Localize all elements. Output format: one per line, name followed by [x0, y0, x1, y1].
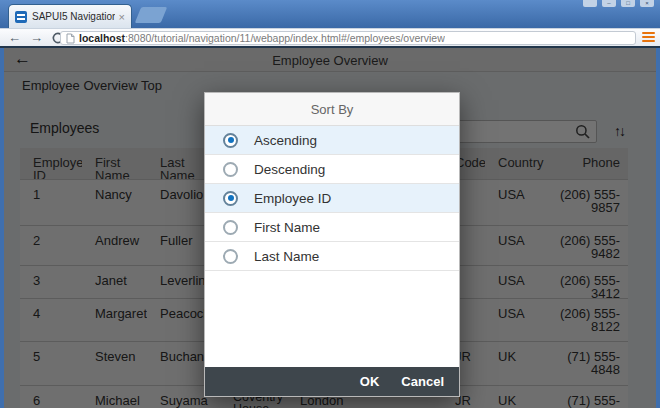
radio-icon[interactable]	[223, 133, 238, 148]
sort-option-ascending[interactable]: Ascending	[205, 126, 459, 155]
ok-button[interactable]: OK	[360, 374, 380, 389]
option-label: First Name	[254, 220, 320, 235]
sort-option-last-name[interactable]: Last Name	[205, 242, 459, 271]
option-label: Ascending	[254, 133, 317, 148]
sort-option-descending[interactable]: Descending	[205, 155, 459, 184]
browser-toolbar: ← → localhost:8080/tutorial/navigation/1…	[0, 28, 660, 46]
url-text: localhost:8080/tutorial/navigation/11/we…	[79, 32, 445, 44]
window-controls: – □ ×	[583, 0, 654, 8]
forward-icon[interactable]: →	[30, 29, 43, 47]
cancel-button[interactable]: Cancel	[401, 374, 444, 389]
window-border-right	[656, 48, 660, 408]
dialog-footer: OK Cancel	[205, 367, 459, 396]
radio-icon[interactable]	[223, 220, 238, 235]
dialog-title: Sort By	[205, 93, 459, 126]
option-label: Descending	[254, 162, 325, 177]
sort-dialog: Sort By Ascending Descending Employee ID…	[204, 92, 460, 397]
browser-tab-bar: – □ × SAPUI5 Navigation ×	[0, 0, 660, 28]
radio-icon[interactable]	[223, 191, 238, 206]
option-label: Last Name	[254, 249, 319, 264]
tab-close-icon[interactable]: ×	[119, 11, 125, 23]
radio-icon[interactable]	[223, 162, 238, 177]
profile-icon[interactable]	[583, 0, 597, 7]
maximize-icon[interactable]: □	[621, 0, 635, 7]
sort-option-employee-id[interactable]: Employee ID	[205, 184, 459, 213]
page-icon	[66, 33, 75, 44]
back-icon[interactable]: ←	[8, 29, 21, 47]
tab-title: SAPUI5 Navigation	[32, 11, 115, 22]
radio-icon[interactable]	[223, 249, 238, 264]
sapui5-favicon	[15, 11, 27, 23]
new-tab-button[interactable]	[135, 7, 167, 23]
browser-window: – □ × SAPUI5 Navigation × ← → localhost:…	[0, 0, 660, 408]
browser-tab[interactable]: SAPUI5 Navigation ×	[8, 4, 132, 28]
minimize-icon[interactable]: –	[602, 0, 616, 7]
url-host: localhost	[79, 32, 125, 44]
option-label: Employee ID	[254, 191, 331, 206]
close-icon[interactable]: ×	[640, 0, 654, 7]
menu-icon[interactable]	[642, 32, 655, 44]
url-path: :8080/tutorial/navigation/11/webapp/inde…	[125, 32, 445, 44]
url-bar[interactable]: localhost:8080/tutorial/navigation/11/we…	[60, 31, 636, 45]
sort-option-first-name[interactable]: First Name	[205, 213, 459, 242]
